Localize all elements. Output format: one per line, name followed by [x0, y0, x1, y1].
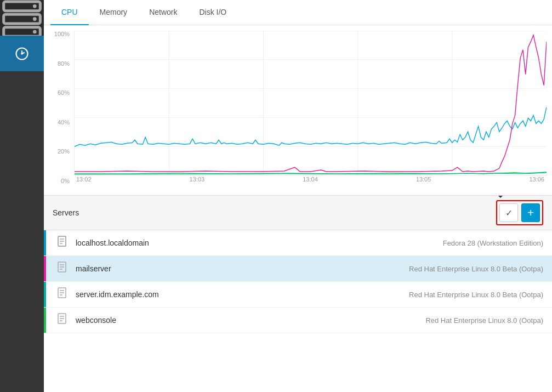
server-indicator — [44, 230, 46, 255]
y-label-80: 80% — [58, 60, 70, 67]
y-label-20: 20% — [58, 148, 70, 155]
x-label-1304: 13:04 — [303, 176, 318, 183]
y-label-100: 100% — [54, 31, 70, 37]
server-file-icon — [57, 262, 68, 276]
y-label-40: 40% — [58, 119, 70, 126]
servers-title: Servers — [53, 208, 79, 217]
tooltip-container: Edit Server ✓ — [499, 203, 518, 222]
x-label-1305: 13:05 — [416, 176, 431, 183]
tab-cpu[interactable]: CPU — [50, 0, 89, 25]
server-os-localhost: Fedora 28 (Workstation Edition) — [443, 239, 543, 247]
check-button[interactable]: ✓ — [499, 203, 518, 222]
server-os-idm: Red Hat Enterprise Linux 8.0 Beta (Ootpa… — [409, 291, 543, 299]
server-row-mailserver[interactable]: mailserver Red Hat Enterprise Linux 8.0 … — [44, 256, 552, 282]
server-os-mailserver: Red Hat Enterprise Linux 8.0 Beta (Ootpa… — [409, 265, 543, 273]
tab-memory[interactable]: Memory — [89, 0, 139, 25]
server-file-icon — [57, 236, 68, 250]
x-label-1306: 13:06 — [529, 176, 544, 183]
server-indicator — [44, 256, 46, 281]
sidebar — [0, 0, 44, 392]
server-row-idm[interactable]: server.idm.example.com Red Hat Enterpris… — [44, 282, 552, 308]
server-file-icon — [57, 287, 68, 302]
server-name-idm: server.idm.example.com — [76, 290, 409, 299]
svg-point-7 — [21, 53, 23, 55]
main-content: CPU Memory Network Disk I/O 100% 80% 60%… — [44, 0, 552, 392]
highlight-box: Edit Server ✓ + — [496, 200, 543, 225]
tabs-bar: CPU Memory Network Disk I/O — [44, 0, 552, 25]
server-name-webconsole: webconsole — [76, 316, 425, 325]
tab-disk-io[interactable]: Disk I/O — [188, 0, 237, 25]
server-name-mailserver: mailserver — [76, 264, 409, 273]
server-row-webconsole[interactable]: webconsole Red Hat Enterprise Linux 8.0 … — [44, 308, 552, 333]
y-axis: 100% 80% 60% 40% 20% 0% — [49, 31, 72, 184]
x-label-1302: 13:02 — [76, 176, 92, 183]
servers-header: Servers Edit Server ✓ + — [44, 196, 552, 230]
server-name-localhost: localhost.localdomain — [76, 238, 443, 247]
sidebar-icon-dashboard[interactable] — [0, 36, 44, 71]
server-indicator — [44, 282, 46, 307]
y-label-60: 60% — [58, 89, 70, 96]
chart-svg — [75, 31, 547, 175]
svg-point-4 — [33, 17, 37, 21]
server-os-webconsole: Red Hat Enterprise Linux 8.0 (Ootpa) — [425, 316, 543, 325]
server-indicator — [44, 308, 46, 333]
servers-section: Servers Edit Server ✓ + — [44, 195, 552, 392]
svg-point-5 — [33, 30, 37, 33]
x-label-1303: 13:03 — [190, 176, 205, 183]
svg-point-3 — [33, 4, 37, 8]
add-server-button[interactable]: + — [521, 203, 540, 222]
chart-area — [74, 31, 547, 176]
tab-network[interactable]: Network — [138, 0, 188, 25]
server-file-icon — [57, 313, 68, 327]
servers-actions: Edit Server ✓ + — [496, 200, 543, 225]
server-row-localhost[interactable]: localhost.localdomain Fedora 28 (Worksta… — [44, 230, 552, 256]
sidebar-icon-server[interactable] — [0, 0, 44, 36]
chart-container: 100% 80% 60% 40% 20% 0% — [44, 25, 552, 195]
y-label-0: 0% — [61, 178, 70, 184]
